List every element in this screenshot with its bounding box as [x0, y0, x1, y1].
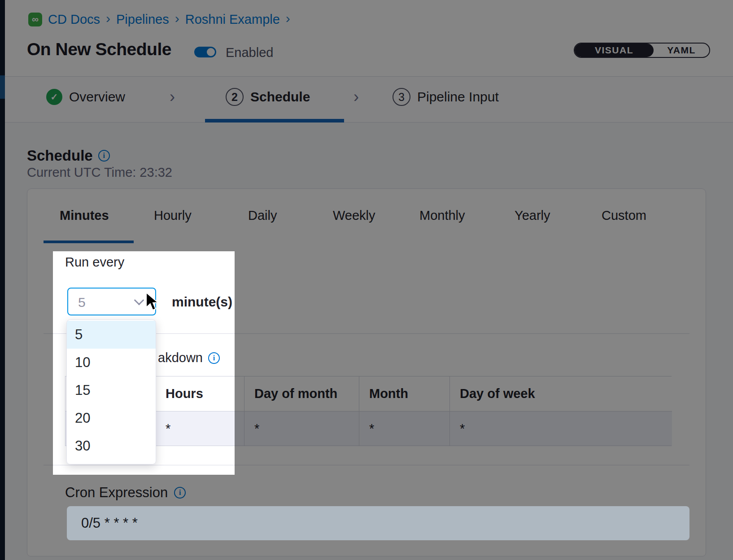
mouse-cursor-icon — [145, 292, 161, 314]
breadcrumb: ∞ CD Docs › Pipelines › Roshni Example › — [28, 12, 290, 27]
section-divider — [44, 465, 689, 465]
select-value: 5 — [78, 295, 86, 310]
enabled-label: Enabled — [226, 45, 273, 60]
step-label: Pipeline Input — [417, 89, 499, 105]
tab-yearly[interactable]: Yearly — [515, 208, 550, 223]
tab-hourly[interactable]: Hourly — [154, 208, 192, 223]
step-label: Overview — [69, 89, 125, 105]
sidebar-active-indicator — [0, 75, 5, 99]
cron-expression-label: Cron Expression i — [65, 485, 186, 501]
dropdown-option-15[interactable]: 15 — [67, 376, 156, 404]
page-title: On New Schedule — [27, 39, 171, 59]
table-cell-day-of-month: * — [244, 411, 359, 446]
breadcrumb-separator-icon: › — [175, 11, 179, 26]
current-utc-time: Current UTC Time: 23:32 — [27, 165, 172, 180]
cron-expression-input[interactable]: 0/5 * * * * — [67, 506, 689, 540]
collapsed-sidebar — [0, 0, 5, 560]
tab-visual[interactable]: VISUAL — [575, 44, 654, 57]
breadcrumb-link-pipelines[interactable]: Pipelines — [116, 12, 169, 27]
step-separator-chevron-icon: › — [353, 88, 359, 106]
step-number-badge: 2 — [226, 88, 244, 106]
table-cell-day-of-week: * — [449, 411, 672, 446]
tab-minutes[interactable]: Minutes — [60, 208, 109, 223]
breakdown-label-text: akdown — [158, 350, 203, 365]
step-complete-check-icon: ✓ — [46, 89, 62, 105]
wizard-step-schedule[interactable]: 2 Schedule — [226, 88, 310, 106]
minutes-dropdown-menu: 5 10 15 20 30 — [66, 319, 156, 464]
active-step-underline — [205, 119, 344, 122]
cron-label-text: Cron Expression — [65, 485, 168, 501]
tab-custom[interactable]: Custom — [602, 208, 646, 223]
table-header-month: Month — [359, 376, 449, 411]
dropdown-option-20[interactable]: 20 — [67, 404, 156, 432]
run-every-label: Run every — [65, 255, 124, 270]
table-header-day-of-week: Day of week — [449, 376, 672, 411]
info-icon[interactable]: i — [174, 487, 186, 499]
breadcrumb-link-roshni-example[interactable]: Roshni Example — [185, 12, 280, 27]
wizard-step-overview[interactable]: ✓ Overview — [46, 89, 125, 105]
breadcrumb-separator-icon: › — [286, 11, 290, 26]
wizard-step-pipeline-input[interactable]: 3 Pipeline Input — [393, 88, 499, 106]
dropdown-option-5[interactable]: 5 — [67, 321, 156, 349]
tab-daily[interactable]: Daily — [248, 208, 277, 223]
trigger-schedule-page: { "breadcrumb": { "items": [ { "label": … — [0, 0, 733, 560]
tab-yaml[interactable]: YAML — [654, 44, 709, 57]
info-icon[interactable]: i — [208, 352, 220, 364]
visual-yaml-toggle: VISUAL YAML — [574, 43, 710, 58]
step-label: Schedule — [250, 89, 310, 105]
enabled-toggle[interactable] — [194, 47, 216, 57]
toggle-knob — [207, 48, 215, 56]
minutes-select[interactable]: 5 — [67, 288, 156, 315]
table-header-day-of-month: Day of month — [244, 376, 359, 411]
chevron-down-icon — [134, 295, 144, 306]
schedule-heading-text: Schedule — [27, 147, 93, 164]
expression-breakdown-label: akdown i — [158, 350, 220, 365]
table-cell-month: * — [359, 411, 449, 446]
minutes-unit-label: minute(s) — [172, 294, 232, 310]
cd-module-icon: ∞ — [28, 13, 42, 26]
breadcrumb-link-cd-docs[interactable]: CD Docs — [48, 12, 100, 27]
dropdown-option-10[interactable]: 10 — [67, 349, 156, 376]
table-header-hours: Hours — [155, 376, 244, 411]
step-separator-chevron-icon: › — [170, 88, 175, 106]
info-icon[interactable]: i — [98, 150, 110, 162]
table-cell-hours: * — [155, 411, 244, 446]
breadcrumb-separator-icon: › — [106, 11, 110, 26]
tab-monthly[interactable]: Monthly — [419, 208, 465, 223]
active-tab-underline — [44, 241, 134, 243]
schedule-section-heading: Schedule i — [27, 147, 110, 164]
tab-weekly[interactable]: Weekly — [333, 208, 375, 223]
step-number-badge: 3 — [393, 88, 410, 106]
dropdown-option-30[interactable]: 30 — [67, 432, 156, 460]
